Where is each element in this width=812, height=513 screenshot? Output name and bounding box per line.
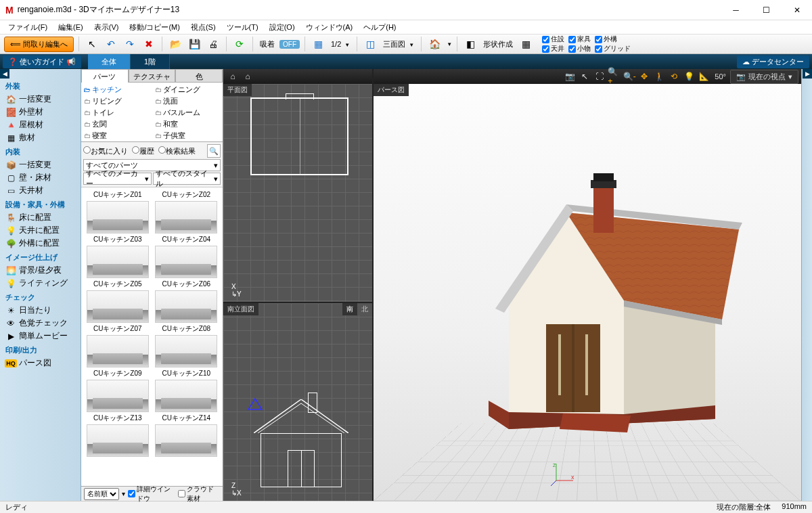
part-item[interactable]: CUキッチンZ07 <box>84 324 152 367</box>
part-item[interactable]: CUキッチンZ08 <box>153 324 221 367</box>
pan-icon[interactable]: ✥ <box>637 70 651 83</box>
perspective-view-pane[interactable]: パース図 <box>374 84 801 501</box>
toggle-tenjo[interactable]: 天井 <box>542 44 564 53</box>
toggle-jusetu[interactable]: 住設 <box>542 35 564 44</box>
detail-window-checkbox[interactable]: 詳細ウインドウ <box>128 485 175 504</box>
sort-select[interactable]: 名前順 <box>84 488 119 500</box>
usage-guide-button[interactable]: ❓ 使い方ガイド 📢 <box>3 55 81 68</box>
redo-icon[interactable]: ↷ <box>122 36 138 52</box>
toggle-komono[interactable]: 小物 <box>568 44 591 53</box>
pointer-tool-icon[interactable]: ↖ <box>84 36 100 52</box>
camera-icon[interactable]: 📷 <box>563 70 577 83</box>
save-viewpoint-button[interactable]: 📷 現在の視点 ▾ <box>730 70 798 84</box>
tool-icon[interactable]: ⌂ <box>226 70 240 83</box>
sidebar-item-batch-exterior[interactable]: 🏠一括変更 <box>0 93 81 106</box>
menu-window[interactable]: ウィンドウ(A) <box>302 21 357 34</box>
part-item[interactable]: CUキッチンZ10 <box>153 369 221 412</box>
sidebar-item-color-check[interactable]: 👁色覚チェック <box>0 317 81 330</box>
home-icon[interactable]: 🏠 <box>426 36 443 52</box>
menu-view[interactable]: 表示(V) <box>90 21 123 34</box>
cat-wash[interactable]: 🗀洗面 <box>154 95 222 107</box>
zoom-in-icon[interactable]: 🔍+ <box>608 70 621 83</box>
toggle-kagu[interactable]: 家具 <box>568 35 591 44</box>
view-mode-icon[interactable]: ◫ <box>362 36 378 52</box>
delete-icon[interactable]: ✖ <box>141 36 157 52</box>
pointer-icon[interactable]: ↖ <box>578 70 591 83</box>
sidebar-item-ceiling-place[interactable]: 💡天井に配置 <box>0 224 81 237</box>
radio-favorite[interactable]: お気に入り <box>83 146 128 156</box>
menu-tools[interactable]: ツール(T) <box>223 21 263 34</box>
save-icon[interactable]: 💾 <box>186 36 202 52</box>
part-item[interactable]: CUキッチンZ14 <box>153 414 221 457</box>
radio-history[interactable]: 履歴 <box>132 146 154 156</box>
sidebar-item-sunlight[interactable]: ☀日当たり <box>0 304 81 317</box>
angle-icon[interactable]: 📐 <box>697 70 710 83</box>
menu-file[interactable]: ファイル(F) <box>4 21 51 34</box>
sidebar-item-floor-place[interactable]: 🪑床に配置 <box>0 211 81 224</box>
tab-parts[interactable]: パーツ <box>81 69 129 83</box>
filter-maker[interactable]: すべてのメーカー▾ <box>83 173 152 185</box>
sidebar-collapse-icon[interactable]: ◀ <box>0 69 9 79</box>
light-icon[interactable]: 💡 <box>682 70 696 83</box>
grid-icon[interactable]: ▦ <box>310 36 326 52</box>
plan-view-pane[interactable]: 平面図 X↳Y <box>223 84 372 302</box>
floor-tab-all[interactable]: 全体 <box>88 54 131 69</box>
sidebar-item-wall-material[interactable]: 🧱外壁材 <box>0 106 81 118</box>
cat-living[interactable]: 🗀リビング <box>83 95 151 107</box>
close-button[interactable]: ✕ <box>782 0 812 20</box>
sidebar-item-exterior-place[interactable]: 🌳外構に配置 <box>0 237 81 250</box>
sidebar-item-batch-interior[interactable]: 📦一括変更 <box>0 158 81 171</box>
grid-ratio[interactable]: 1/2 ▼ <box>329 40 352 48</box>
data-center-button[interactable]: ☁ データセンター <box>737 55 809 68</box>
cat-toilet[interactable]: 🗀トイレ <box>83 107 151 118</box>
snap-toggle[interactable]: OFF <box>279 40 300 49</box>
sidebar-item-roof-material[interactable]: 🔺屋根材 <box>0 118 81 131</box>
maximize-button[interactable]: ☐ <box>751 0 782 20</box>
fullscreen-icon[interactable]: ⛶ <box>593 70 606 83</box>
part-item[interactable]: CUキッチンZ06 <box>153 280 221 323</box>
walk-icon[interactable]: 🚶 <box>652 70 666 83</box>
radio-results[interactable]: 検索結果 <box>158 146 196 156</box>
print-icon[interactable]: 🖨 <box>205 36 221 52</box>
cat-bathroom[interactable]: 🗀バスルーム <box>154 107 222 118</box>
view-mode-dropdown[interactable]: 三面図 ▼ <box>381 39 416 49</box>
undo-icon[interactable]: ↶ <box>103 36 119 52</box>
menu-settings[interactable]: 設定(O) <box>265 21 299 34</box>
menu-help[interactable]: ヘルプ(H) <box>359 21 400 34</box>
floor-tab-1f[interactable]: 1階 <box>131 54 170 69</box>
minimize-button[interactable]: ─ <box>721 0 751 20</box>
cat-kitchen[interactable]: 🗁キッチン <box>83 84 151 95</box>
sidebar-item-ceiling[interactable]: ▭天井材 <box>0 184 81 197</box>
menu-edit[interactable]: 編集(E) <box>54 21 87 34</box>
cloud-checkbox[interactable]: クラウド素材 <box>178 485 220 504</box>
part-item[interactable]: CUキッチンZ02 <box>153 190 221 233</box>
part-item[interactable]: CUキッチンZ05 <box>84 280 152 323</box>
extra-icon[interactable]: ▦ <box>518 36 534 52</box>
cat-entrance[interactable]: 🗀玄関 <box>83 118 151 130</box>
right-panel-expand-icon[interactable]: ▶ <box>803 69 812 79</box>
menu-viewpoint[interactable]: 視点(S) <box>187 21 220 34</box>
compass-toggle[interactable]: 南 北 <box>342 303 372 315</box>
create-shape-button[interactable]: 形状作成 <box>481 39 515 49</box>
filter-style[interactable]: すべてのスタイル▾ <box>153 173 221 185</box>
orbit-icon[interactable]: ⟲ <box>667 70 681 83</box>
tab-color[interactable]: 色 <box>175 69 223 83</box>
search-icon[interactable]: 🔍 <box>207 144 221 158</box>
part-item[interactable]: CUキッチンZ03 <box>84 235 152 278</box>
sidebar-item-wall-floor[interactable]: ▢壁・床材 <box>0 171 81 184</box>
open-icon[interactable]: 📂 <box>167 36 183 52</box>
tool-icon[interactable]: ⌂ <box>241 70 254 83</box>
sidebar-item-ground-material[interactable]: ▦敷材 <box>0 131 81 144</box>
cat-dining[interactable]: 🗀ダイニング <box>154 84 222 95</box>
zoom-out-icon[interactable]: 🔍- <box>623 70 636 83</box>
sidebar-item-render[interactable]: HQパース図 <box>0 357 81 370</box>
part-item[interactable]: CUキッチンZ01 <box>84 190 152 233</box>
part-item[interactable]: CUキッチンZ13 <box>84 414 152 457</box>
elevation-view-pane[interactable]: 南立面図 南 北 Z↳X <box>223 302 372 501</box>
cat-washitsu[interactable]: 🗀和室 <box>154 118 222 130</box>
shape-icon[interactable]: ◧ <box>462 36 478 52</box>
back-to-floorplan-button[interactable]: ⟸ 間取り編集へ <box>4 37 74 52</box>
cat-bedroom[interactable]: 🗀寝室 <box>83 130 151 141</box>
refresh-icon[interactable]: ⟳ <box>231 36 248 52</box>
toggle-gaikou[interactable]: 外構 <box>595 35 631 44</box>
